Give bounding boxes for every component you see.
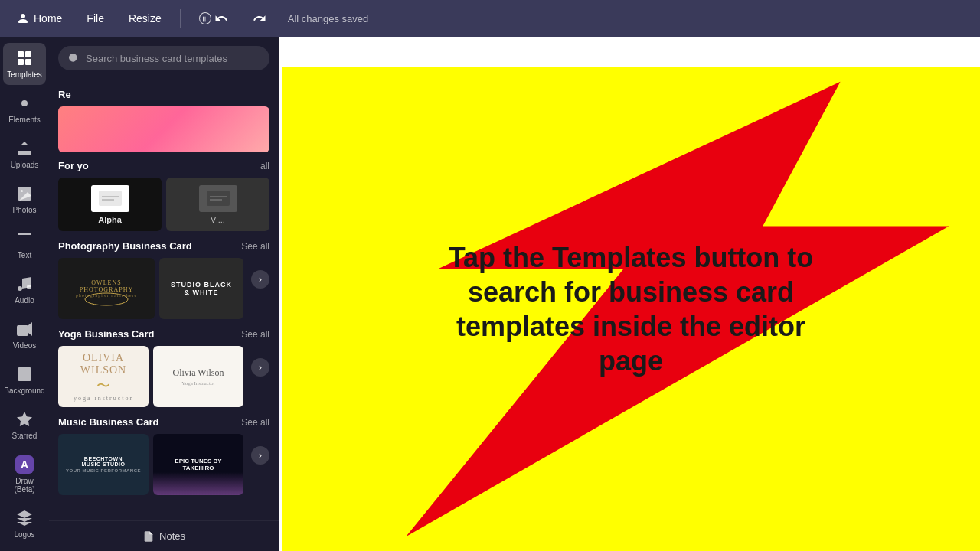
notes-icon [142, 530, 155, 543]
music-card-2[interactable]: EPIC TUNES BY TAKEHIRO [153, 434, 243, 495]
for-you-card-1-label: Alpha [98, 215, 122, 224]
svg-rect-12 [17, 325, 28, 336]
yoga-card-2[interactable]: Olivia Wilson Yoga Instructor [153, 346, 243, 407]
music-see-all[interactable]: See all [241, 417, 270, 428]
canvas-main[interactable]: Tap the Templates button to search for b… [282, 67, 980, 551]
recommended-header: Re [58, 89, 270, 100]
svg-rect-14 [18, 367, 31, 381]
sidebar-item-logos[interactable]: Logos [3, 503, 46, 545]
music-cards: BEECHTOWN MUSIC STUDIO YOUR MUSIC PERFOR… [58, 434, 270, 495]
home-button[interactable]: Home [12, 9, 68, 28]
canvas-main-text: Tap the Templates button to search for b… [409, 225, 853, 393]
animate-button[interactable]: Animate [294, 45, 349, 59]
sidebar-item-videos[interactable]: Videos [3, 314, 46, 356]
svg-marker-15 [17, 412, 32, 426]
yoga-next-btn[interactable]: › [251, 358, 270, 377]
svg-point-16 [69, 54, 77, 62]
yellow-canvas: Tap the Templates button to search for b… [282, 67, 980, 551]
search-icon [67, 52, 80, 64]
recommended-card[interactable] [58, 106, 270, 152]
recommended-title: Re [58, 89, 71, 100]
yoga-see-all[interactable]: See all [241, 329, 270, 340]
svg-point-27 [85, 293, 128, 305]
templates-panel: Re For yo all Alpha Vi.. [49, 37, 279, 551]
music-card-1[interactable]: BEECHTOWN MUSIC STUDIO YOUR MUSIC PERFOR… [58, 434, 149, 495]
for-you-title: For yo [58, 160, 89, 171]
for-you-card-2[interactable]: Vi... [166, 178, 270, 231]
for-you-card-2-label: Vi... [211, 215, 225, 224]
for-you-header: For yo all [58, 160, 270, 171]
photography-title: Photography Business Card [58, 240, 192, 252]
music-next-btn[interactable]: › [251, 446, 270, 465]
top-bar: Home File Resize All changes saved [0, 0, 980, 37]
sidebar-item-audio[interactable]: Audio [3, 269, 46, 311]
sidebar-item-elements[interactable]: Elements [3, 88, 46, 130]
photography-header: Photography Business Card See all [58, 240, 270, 252]
main-content: Templates Elements Uploads Photos [0, 37, 980, 551]
sidebar-item-photos[interactable]: Photos [3, 178, 46, 220]
right-area: Animate Tap the Templates button to sear… [282, 37, 980, 551]
search-input[interactable] [86, 53, 242, 64]
undo-button[interactable] [193, 8, 234, 28]
left-sidebar: Templates Elements Uploads Photos [0, 37, 49, 551]
yoga-title: Yoga Business Card [58, 328, 154, 340]
sidebar-item-text[interactable]: Text [3, 223, 46, 266]
svg-point-10 [18, 286, 22, 291]
templates-scroll: Re For yo all Alpha Vi.. [49, 77, 279, 520]
save-status: All changes saved [288, 13, 369, 24]
filter-icon[interactable] [248, 52, 260, 64]
sidebar-item-draw[interactable]: A Draw (Beta) [3, 449, 46, 500]
music-title: Music Business Card [58, 416, 159, 428]
svg-rect-24 [207, 191, 230, 206]
animate-bar: Animate [282, 37, 980, 67]
sidebar-item-starred[interactable]: Starred [3, 404, 46, 446]
sidebar-item-background[interactable]: Background [3, 359, 46, 401]
svg-rect-3 [25, 59, 31, 65]
for-you-cards: Alpha Vi... [58, 178, 270, 231]
notes-bar[interactable]: Notes [49, 520, 279, 551]
resize-button[interactable]: Resize [122, 9, 168, 28]
svg-rect-0 [18, 51, 24, 57]
photography-card-1[interactable]: OWLENS PHOTOGRAPHY photographer name her… [58, 258, 155, 319]
svg-rect-2 [18, 59, 24, 65]
yoga-header: Yoga Business Card See all [58, 328, 270, 340]
svg-point-11 [27, 285, 31, 289]
photography-card-2[interactable]: STUDIO BLACK & WHITE [159, 258, 243, 319]
music-header: Music Business Card See all [58, 416, 270, 428]
svg-point-4 [21, 100, 28, 106]
svg-point-7 [21, 190, 23, 192]
yoga-card-1[interactable]: OLIVIA WILSON 〜 yoga instructor [58, 346, 149, 407]
yoga-cards: OLIVIA WILSON 〜 yoga instructor Olivia W… [58, 346, 270, 407]
for-you-card-1[interactable]: Alpha [58, 178, 162, 231]
svg-marker-13 [28, 322, 32, 336]
search-bar[interactable] [58, 46, 270, 70]
animate-label: Animate [312, 47, 349, 58]
svg-rect-21 [99, 191, 122, 206]
sidebar-item-templates[interactable]: Templates [3, 43, 46, 85]
divider [180, 9, 181, 28]
sidebar-item-uploads[interactable]: Uploads [3, 133, 46, 175]
for-you-see-all[interactable]: all [260, 161, 270, 171]
file-button[interactable]: File [80, 9, 110, 28]
templates-header [49, 37, 279, 77]
redo-button[interactable] [247, 8, 273, 28]
svg-line-17 [76, 60, 78, 63]
photography-see-all[interactable]: See all [241, 241, 270, 252]
photography-next-btn[interactable]: › [251, 270, 270, 289]
photography-cards: OWLENS PHOTOGRAPHY photographer name her… [58, 258, 270, 319]
notes-label: Notes [159, 530, 185, 542]
svg-rect-1 [25, 51, 31, 57]
